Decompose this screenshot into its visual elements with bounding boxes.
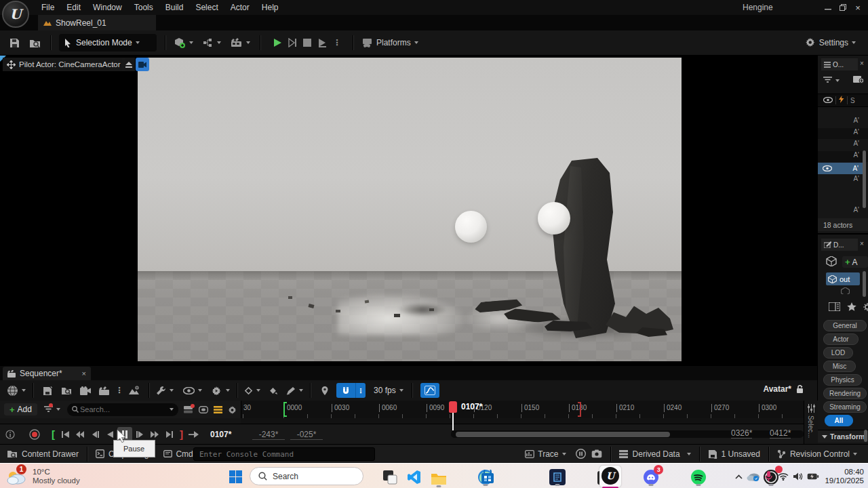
details-add-button[interactable]: + A <box>842 256 868 268</box>
microphone-icon[interactable] <box>761 468 776 485</box>
lock-icon[interactable] <box>796 385 804 393</box>
selection-vertical-label[interactable]: Selec... <box>807 415 814 438</box>
outliner-filter-icon[interactable] <box>823 76 832 85</box>
taskbar-app-desktops[interactable] <box>380 467 400 487</box>
details-chip-rendering[interactable]: Rendering <box>823 388 867 399</box>
view-range-mid-field[interactable]: -025* <box>290 430 323 440</box>
taskbar-search-box[interactable]: Search <box>250 467 363 485</box>
wrench-dropdown[interactable] <box>156 386 174 395</box>
add-actor-dropdown[interactable] <box>174 37 193 48</box>
jump-button[interactable] <box>186 427 201 442</box>
mask-toggle-icon[interactable] <box>199 406 208 413</box>
outliner-row[interactable]: A' <box>818 117 868 127</box>
view-range-start-field[interactable]: -243* <box>252 430 285 440</box>
blueprint-dropdown[interactable] <box>203 38 221 47</box>
details-chip-lod[interactable]: LOD <box>823 347 853 359</box>
start-button[interactable] <box>226 467 245 486</box>
menu-select[interactable]: Select <box>189 0 224 15</box>
world-dropdown[interactable] <box>7 385 26 396</box>
taskbar-app-explorer[interactable] <box>429 468 449 488</box>
to-front-button[interactable] <box>58 427 73 442</box>
details-item-selected[interactable]: out <box>826 272 860 285</box>
menu-window[interactable]: Window <box>87 0 128 15</box>
save-button[interactable] <box>7 35 22 50</box>
sequencer-camera-button[interactable] <box>78 383 93 398</box>
insights-pause-icon[interactable] <box>576 449 586 459</box>
taskbar-app-docs[interactable] <box>547 467 568 487</box>
pilot-actor-bar[interactable]: Pilot Actor: CineCameraActor <box>3 58 125 71</box>
outliner-add-icon[interactable] <box>853 75 864 85</box>
outliner-scrollbar[interactable] <box>863 150 866 208</box>
current-frame-display[interactable]: 0107* <box>210 430 231 439</box>
snap-magnet-button[interactable] <box>336 383 355 398</box>
play-options-kebab-icon[interactable]: ⋮ <box>330 35 344 50</box>
menu-actor[interactable]: Actor <box>224 0 256 15</box>
sequencer-search-input[interactable] <box>79 405 166 414</box>
eject-pilot-button[interactable] <box>122 58 135 71</box>
step-back-button[interactable] <box>87 427 102 442</box>
track-settings-gear-icon[interactable] <box>228 405 237 414</box>
bracket-in-icon[interactable]: [ <box>52 428 55 440</box>
view-options-dropdown[interactable] <box>183 387 202 394</box>
unsaved-button[interactable]: 1 Unsaved <box>708 449 760 459</box>
revision-control-dropdown[interactable]: Revision Control <box>777 449 857 459</box>
taskbar-app-vscode[interactable] <box>404 467 425 487</box>
playhead-marker[interactable] <box>449 401 457 413</box>
fps-dropdown[interactable]: 30 fps <box>374 386 403 395</box>
menu-file[interactable]: File <box>35 0 60 15</box>
browse-content-button[interactable] <box>27 35 42 50</box>
details-scrollbar[interactable] <box>863 271 866 297</box>
outliner-close-icon[interactable]: × <box>860 60 864 67</box>
sequencer-browse-button[interactable] <box>59 383 74 398</box>
timeline-ruler[interactable]: 30 0000 0030 0060 0090 0120 0150 0180 02… <box>241 401 804 418</box>
menu-help[interactable]: Help <box>256 0 285 15</box>
play-button[interactable] <box>270 35 285 50</box>
details-close-icon[interactable]: × <box>860 240 864 247</box>
close-button[interactable]: × <box>850 0 865 15</box>
outliner-row[interactable]: A' <box>818 140 868 150</box>
transform-section-header[interactable]: Transform <box>818 430 868 443</box>
panel-settings-icon[interactable] <box>829 302 840 313</box>
trace-dropdown[interactable]: Trace <box>525 449 566 459</box>
snap-options-kebab-icon[interactable]: ⋮ <box>355 383 366 398</box>
timeline-scroll-thumb[interactable] <box>456 432 670 437</box>
sequencer-filter-dropdown[interactable] <box>44 406 60 413</box>
outliner-row-selected[interactable]: A' <box>818 163 864 174</box>
eye-icon[interactable] <box>823 164 832 174</box>
playback-options-dropdown[interactable] <box>212 386 230 395</box>
screenshot-icon[interactable] <box>591 449 602 458</box>
details-chip-all[interactable]: All <box>825 415 853 426</box>
working-range-end-1[interactable]: 0326* <box>731 428 752 439</box>
settings-small-icon[interactable] <box>863 303 868 313</box>
autokey-button[interactable] <box>266 383 281 398</box>
details-scrollbar-2[interactable] <box>864 430 867 442</box>
playback-end-marker[interactable] <box>578 402 581 417</box>
content-drawer-button[interactable]: Content Drawer <box>7 449 79 459</box>
track-area[interactable] <box>241 418 804 424</box>
outliner-row[interactable]: A' <box>818 128 868 139</box>
frame-advance-button[interactable] <box>285 35 300 50</box>
taskbar-app-unreal-active[interactable]: U <box>599 466 621 487</box>
track-actor-button[interactable] <box>127 383 142 398</box>
playback-start-bracket[interactable] <box>283 402 287 417</box>
sequencer-tab[interactable]: Sequencer* × <box>3 367 91 380</box>
star-icon[interactable] <box>847 302 856 313</box>
outliner-tab[interactable]: O... <box>821 58 858 70</box>
derived-data-dropdown[interactable]: Derived Data <box>619 449 691 459</box>
camera-view-button[interactable] <box>136 58 149 71</box>
track-list-icon[interactable] <box>214 406 222 413</box>
keyframe-options-dropdown[interactable] <box>244 386 260 395</box>
sequencer-search-box[interactable] <box>67 403 178 416</box>
bracket-out-icon[interactable]: ] <box>180 428 183 440</box>
sliders-icon[interactable] <box>804 402 818 414</box>
sequencer-add-button[interactable]: + Add <box>4 403 37 415</box>
curve-editor-button[interactable] <box>420 383 439 398</box>
minimize-button[interactable] <box>821 0 835 15</box>
battery-icon[interactable] <box>806 468 821 485</box>
details-chip-misc[interactable]: Misc <box>823 361 856 372</box>
details-chip-actor[interactable]: Actor <box>823 333 859 345</box>
thumbnail-toggle-icon[interactable] <box>184 405 193 413</box>
asset-tab[interactable]: ShowReel_01 <box>38 15 156 30</box>
flash-column-icon[interactable] <box>839 96 844 105</box>
menu-edit[interactable]: Edit <box>60 0 87 15</box>
